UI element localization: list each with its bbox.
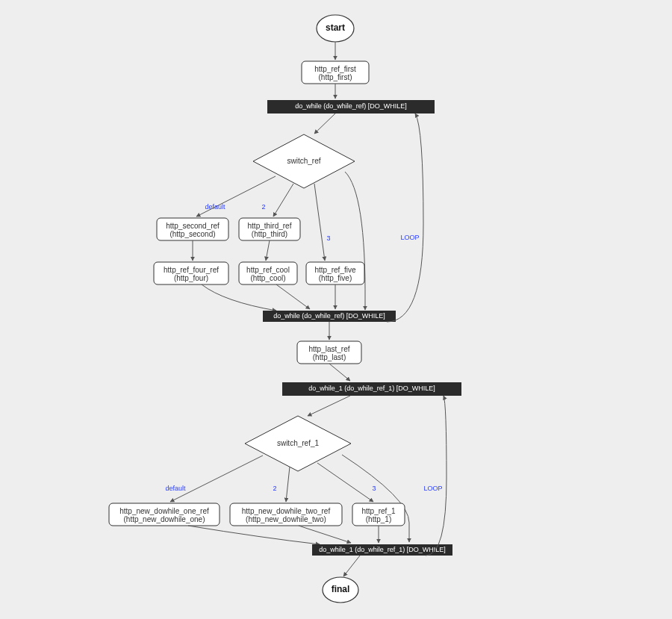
svg-text:(http_1): (http_1) xyxy=(366,515,391,523)
label-default-2: default xyxy=(165,485,186,492)
edge-switch1-3 xyxy=(317,463,373,502)
proc-http_third_ref: http_third_ref (http_third) xyxy=(239,218,300,240)
svg-text:do_while_1 (do_while_ref_1) [D: do_while_1 (do_while_ref_1) [DO_WHILE] xyxy=(319,546,446,553)
bar-do_while_1-top: do_while_1 (do_while_ref_1) [DO_WHILE] xyxy=(282,382,461,396)
edge-four-dowhilebot xyxy=(202,284,276,311)
proc-http_ref_cool: http_ref_cool (http_cool) xyxy=(239,262,297,284)
final-node: final xyxy=(323,577,358,603)
edge-switch1-passthrough xyxy=(342,455,409,542)
proc-http_ref_four_ref: http_ref_four_ref (http_four) xyxy=(154,262,228,284)
label-3-2: 3 xyxy=(372,485,376,492)
svg-text:do_while_1 (do_while_ref_1) [D: do_while_1 (do_while_ref_1) [DO_WHILE] xyxy=(308,385,435,392)
flow-diagram: start http_ref_first (http_first) do_whi… xyxy=(0,0,672,619)
diamond-switch_ref_1: switch_ref_1 xyxy=(245,416,351,471)
edge-dowhile1-switch_ref_1 xyxy=(308,396,350,416)
edge-switch1-default xyxy=(170,455,263,502)
proc-http_ref_1: http_ref_1 (http_1) xyxy=(352,503,405,526)
edge-one-dowhile1bot xyxy=(188,526,320,544)
edge-loop-2 xyxy=(426,396,447,556)
svg-text:(http_second): (http_second) xyxy=(169,230,215,238)
edge-two-dowhile1bot xyxy=(299,526,351,543)
svg-text:http_ref_cool: http_ref_cool xyxy=(246,266,290,274)
proc-http_last_ref: http_last_ref (http_last) xyxy=(297,341,361,364)
edge-dowhile-switch_ref xyxy=(314,113,335,134)
final-label: final xyxy=(332,584,350,594)
label-2-2: 2 xyxy=(273,485,276,492)
svg-text:(http_first): (http_first) xyxy=(318,73,352,81)
svg-text:(http_four): (http_four) xyxy=(174,274,208,282)
label-loop-2: LOOP xyxy=(423,485,442,492)
svg-text:http_new_dowhile_one_ref: http_new_dowhile_one_ref xyxy=(119,507,209,515)
svg-text:http_second_ref: http_second_ref xyxy=(166,222,220,230)
edge-third-cool xyxy=(266,240,270,261)
svg-text:(http_last): (http_last) xyxy=(313,353,346,361)
svg-text:http_ref_five: http_ref_five xyxy=(314,266,355,274)
edge-switch_ref-2 xyxy=(273,184,293,217)
bar-do_while-top: do_while (do_while_ref) [DO_WHILE] xyxy=(267,100,435,113)
edge-switch_ref-3 xyxy=(314,184,325,261)
label-3-1: 3 xyxy=(326,234,330,242)
edge-switch_ref-passthrough xyxy=(345,172,365,310)
proc-http_new_dowhile_two_ref: http_new_dowhile_two_ref (http_new_dowhi… xyxy=(230,503,342,526)
label-2-1: 2 xyxy=(261,203,265,211)
svg-text:http_ref_four_ref: http_ref_four_ref xyxy=(164,266,219,274)
svg-text:do_while (do_while_ref) [DO_WH: do_while (do_while_ref) [DO_WHILE] xyxy=(295,102,407,110)
proc-http_ref_first: http_ref_first (http_first) xyxy=(302,61,369,84)
svg-text:(http_cool): (http_cool) xyxy=(250,274,285,282)
edge-loop-1 xyxy=(387,113,423,322)
svg-text:do_while (do_while_ref) [DO_WH: do_while (do_while_ref) [DO_WHILE] xyxy=(273,312,385,320)
start-node: start xyxy=(317,15,354,42)
svg-text:http_ref_1: http_ref_1 xyxy=(361,507,395,515)
proc-http_second_ref: http_second_ref (http_second) xyxy=(157,218,228,240)
edge-last-dowhile1 xyxy=(329,364,350,381)
svg-text:(http_new_dowhile_one): (http_new_dowhile_one) xyxy=(124,515,205,523)
svg-text:http_third_ref: http_third_ref xyxy=(248,222,292,230)
start-label: start xyxy=(326,22,345,33)
svg-text:switch_ref: switch_ref xyxy=(287,157,320,165)
proc-http_ref_five: http_ref_five (http_five) xyxy=(306,262,364,284)
svg-text:http_last_ref: http_last_ref xyxy=(308,345,349,353)
edge-dowhile1bot-final xyxy=(343,556,360,576)
svg-text:(http_third): (http_third) xyxy=(252,230,287,238)
label-loop-1: LOOP xyxy=(400,234,419,241)
svg-text:(http_new_dowhile_two): (http_new_dowhile_two) xyxy=(246,515,326,523)
svg-text:http_ref_first: http_ref_first xyxy=(314,65,356,73)
svg-text:http_new_dowhile_two_ref: http_new_dowhile_two_ref xyxy=(242,507,331,515)
bar-do_while-bottom: do_while (do_while_ref) [DO_WHILE] xyxy=(263,311,396,322)
label-default-1: default xyxy=(205,203,225,211)
svg-text:switch_ref_1: switch_ref_1 xyxy=(277,439,320,447)
edge-switch1-2 xyxy=(286,467,290,502)
svg-text:(http_five): (http_five) xyxy=(319,274,352,282)
edge-cool-dowhilebot xyxy=(276,284,310,309)
proc-http_new_dowhile_one_ref: http_new_dowhile_one_ref (http_new_dowhi… xyxy=(109,503,220,526)
